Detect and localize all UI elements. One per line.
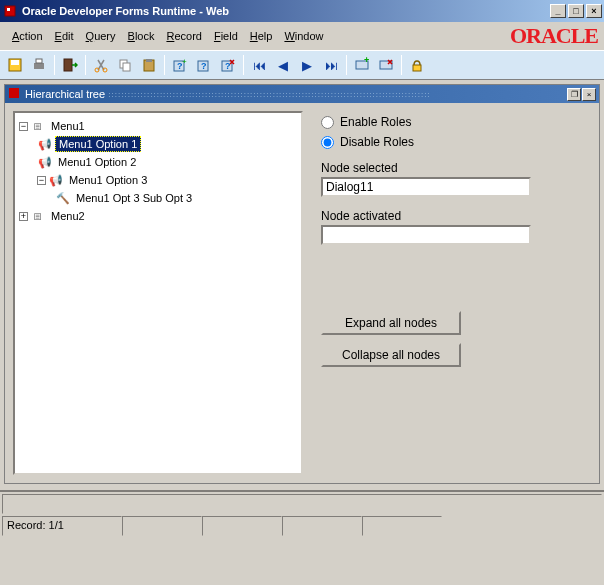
menu-action[interactable]: Action (6, 27, 49, 45)
status-cell (202, 516, 282, 536)
disable-roles-radio[interactable]: Disable Roles (321, 135, 583, 149)
status-cell (282, 516, 362, 536)
copy-icon[interactable] (114, 54, 136, 76)
tree-label[interactable]: Menu2 (48, 209, 88, 223)
record-counter: Record: 1/1 (2, 516, 122, 536)
form-title: Hierarchical tree (25, 88, 105, 100)
tree-node-m1o2[interactable]: 📢 Menu1 Option 2 (19, 153, 297, 171)
status-cell (122, 516, 202, 536)
last-record-icon[interactable]: ⏭ (320, 54, 342, 76)
delete-record-icon[interactable] (375, 54, 397, 76)
message-line (2, 494, 602, 514)
collapse-all-button[interactable]: Collapse all nodes (321, 343, 461, 367)
svg-rect-3 (11, 60, 19, 65)
expand-all-button[interactable]: Expand all nodes (321, 311, 461, 335)
form-restore-button[interactable]: ❐ (567, 88, 581, 101)
window-title: Oracle Developer Forms Runtime - Web (22, 5, 550, 17)
print-icon[interactable] (28, 54, 50, 76)
leaf-icon: 📢 (37, 136, 53, 152)
node-selected-input[interactable] (321, 177, 531, 197)
menu-block[interactable]: Block (122, 27, 161, 45)
disable-roles-label: Disable Roles (340, 135, 414, 149)
folder-icon: 🗉 (30, 208, 46, 224)
tree-panel[interactable]: − 🗉 Menu1 📢 Menu1 Option 1 📢 Menu1 Optio… (13, 111, 303, 475)
separator (164, 55, 165, 75)
toolbar: ?+ ? ? ⏮ ◀ ▶ ⏭ + (0, 50, 604, 80)
minimize-button[interactable]: _ (550, 4, 566, 18)
svg-rect-1 (7, 8, 10, 11)
tree-node-m1o3[interactable]: − 📢 Menu1 Option 3 (19, 171, 297, 189)
svg-rect-12 (146, 59, 152, 62)
window-titlebar: Oracle Developer Forms Runtime - Web _ □… (0, 0, 604, 22)
svg-rect-23 (413, 65, 421, 71)
expand-toggle[interactable]: + (19, 212, 28, 221)
enable-roles-radio[interactable]: Enable Roles (321, 115, 583, 129)
cut-icon[interactable] (90, 54, 112, 76)
title-decoration: ::::::::::::::::::::::::::::::::::::::::… (105, 90, 567, 99)
menubar: Action Edit Query Block Record Field Hel… (0, 22, 604, 50)
tree-label[interactable]: Menu1 Option 3 (66, 173, 150, 187)
leaf-icon: 📢 (48, 172, 64, 188)
svg-text:+: + (182, 57, 187, 66)
svg-rect-5 (36, 59, 42, 63)
menu-query[interactable]: Query (80, 27, 122, 45)
separator (401, 55, 402, 75)
options-panel: Enable Roles Disable Roles Node selected… (313, 111, 591, 475)
prev-record-icon[interactable]: ◀ (272, 54, 294, 76)
exit-icon[interactable] (59, 54, 81, 76)
tree-node-menu1[interactable]: − 🗉 Menu1 (19, 117, 297, 135)
status-cell (362, 516, 442, 536)
next-record-icon[interactable]: ▶ (296, 54, 318, 76)
record-bar: Record: 1/1 (2, 516, 602, 536)
tree-label[interactable]: Menu1 Opt 3 Sub Opt 3 (73, 191, 195, 205)
form-titlebar: Hierarchical tree ::::::::::::::::::::::… (5, 85, 599, 103)
lock-icon[interactable] (406, 54, 428, 76)
menu-record[interactable]: Record (160, 27, 207, 45)
node-activated-input[interactable] (321, 225, 531, 245)
folder-icon: 🗉 (30, 118, 46, 134)
svg-text:+: + (364, 57, 369, 65)
close-button[interactable]: × (586, 4, 602, 18)
svg-rect-4 (34, 63, 44, 69)
tree-node-m1o1[interactable]: 📢 Menu1 Option 1 (19, 135, 297, 153)
form-window: Hierarchical tree ::::::::::::::::::::::… (4, 84, 600, 484)
tree-label[interactable]: Menu1 (48, 119, 88, 133)
svg-rect-24 (9, 88, 19, 98)
tree-node-menu2[interactable]: + 🗉 Menu2 (19, 207, 297, 225)
find-icon[interactable]: ? (193, 54, 215, 76)
menu-field[interactable]: Field (208, 27, 244, 45)
insert-record-icon[interactable]: + (351, 54, 373, 76)
tree-label[interactable]: Menu1 Option 2 (55, 155, 139, 169)
svg-text:?: ? (225, 61, 231, 71)
disable-roles-input[interactable] (321, 136, 334, 149)
form-icon (8, 87, 22, 101)
expand-toggle[interactable]: − (37, 176, 46, 185)
form-content: − 🗉 Menu1 📢 Menu1 Option 1 📢 Menu1 Optio… (5, 103, 599, 483)
save-icon[interactable] (4, 54, 26, 76)
separator (54, 55, 55, 75)
maximize-button[interactable]: □ (568, 4, 584, 18)
window-controls: _ □ × (550, 4, 602, 18)
first-record-icon[interactable]: ⏮ (248, 54, 270, 76)
remove-query-icon[interactable]: ? (217, 54, 239, 76)
tool-icon: 🔨 (55, 190, 71, 206)
menu-window[interactable]: Window (278, 27, 329, 45)
separator (243, 55, 244, 75)
enable-roles-input[interactable] (321, 116, 334, 129)
create-query-icon[interactable]: ?+ (169, 54, 191, 76)
svg-text:?: ? (201, 61, 207, 71)
tree-label[interactable]: Menu1 Option 1 (55, 136, 141, 152)
separator (346, 55, 347, 75)
app-icon (2, 3, 18, 19)
menu-help[interactable]: Help (244, 27, 279, 45)
node-activated-label: Node activated (321, 209, 583, 223)
paste-icon[interactable] (138, 54, 160, 76)
button-group: Expand all nodes Collapse all nodes (321, 311, 583, 367)
expand-toggle[interactable]: − (19, 122, 28, 131)
tree-node-m1o3s3[interactable]: 🔨 Menu1 Opt 3 Sub Opt 3 (19, 189, 297, 207)
form-close-button[interactable]: × (582, 88, 596, 101)
oracle-logo: ORACLE (510, 23, 598, 49)
enable-roles-label: Enable Roles (340, 115, 411, 129)
menu-edit[interactable]: Edit (49, 27, 80, 45)
svg-rect-6 (64, 59, 72, 71)
